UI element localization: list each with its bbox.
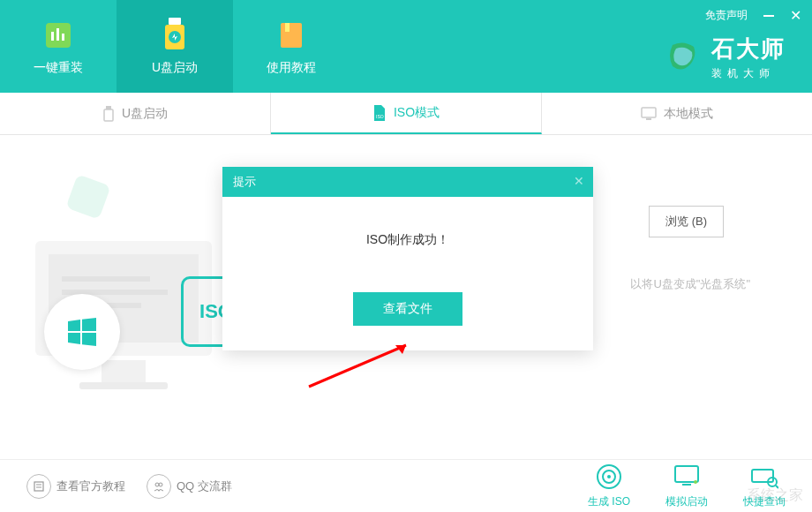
svg-rect-21: [79, 382, 168, 389]
svg-rect-3: [62, 34, 64, 41]
nav-one-click-install[interactable]: 一键重装: [0, 0, 117, 93]
monitor-icon: [641, 107, 657, 121]
tab-label: 本地模式: [664, 106, 713, 122]
svg-rect-20: [102, 360, 146, 382]
svg-rect-7: [281, 23, 302, 48]
tab-iso-mode[interactable]: ISO ISO模式: [271, 93, 542, 134]
footer-links: 查看官方教程 QQ 交流群: [26, 474, 567, 499]
view-file-button[interactable]: 查看文件: [353, 292, 462, 326]
svg-rect-8: [285, 23, 289, 32]
tab-label: ISO模式: [394, 105, 440, 121]
file-iso-icon: ISO: [372, 105, 387, 121]
bars-icon: [41, 18, 76, 53]
dialog-title: 提示: [233, 174, 256, 190]
svg-rect-24: [34, 482, 43, 491]
monitor-play-icon: [673, 463, 701, 491]
footer-link-label: 查看官方教程: [56, 478, 125, 494]
svg-rect-2: [56, 28, 59, 41]
svg-rect-13: [646, 118, 651, 120]
svg-point-28: [159, 483, 162, 486]
nav-usb-boot[interactable]: U盘启动: [117, 0, 233, 93]
brand-logo-icon: [664, 38, 703, 77]
svg-rect-12: [642, 108, 656, 117]
footer-actions: 生成 ISO 模拟启动 快捷查询: [588, 463, 786, 509]
hint-text: 以将U盘变成"光盘系统": [630, 276, 750, 292]
close-button[interactable]: ✕: [790, 7, 801, 24]
svg-point-31: [607, 475, 611, 478]
footer-qq-link[interactable]: QQ 交流群: [147, 474, 232, 499]
dialog-footer: 查看文件: [222, 292, 593, 350]
tab-label: U盘启动: [122, 106, 168, 122]
dialog-close-button[interactable]: ✕: [574, 174, 584, 188]
svg-rect-1: [51, 32, 54, 41]
book-small-icon: [26, 474, 51, 499]
action-generate-iso[interactable]: 生成 ISO: [588, 463, 630, 509]
action-label: 生成 ISO: [588, 494, 630, 509]
disc-icon: [595, 463, 623, 491]
dialog: 提示 ✕ ISO制作成功！ 查看文件: [222, 167, 593, 350]
svg-rect-4: [169, 18, 181, 25]
action-simulate-boot[interactable]: 模拟启动: [665, 463, 708, 509]
usb-icon: [157, 18, 192, 53]
brand-title: 石大师: [711, 34, 786, 64]
app-header: 免责声明 ✕ 一键重装 U盘启动 使用教程 石大师: [0, 0, 812, 93]
dialog-header: 提示 ✕: [222, 167, 593, 197]
browse-button[interactable]: 浏览 (B): [649, 206, 724, 237]
action-label: 快捷查询: [743, 494, 786, 509]
book-icon: [274, 18, 309, 53]
svg-point-34: [694, 480, 697, 484]
windows-circle-icon: [44, 294, 120, 370]
action-quick-query[interactable]: 快捷查询: [743, 463, 786, 509]
mode-tabs: U盘启动 ISO ISO模式 本地模式: [0, 93, 812, 135]
footer-tutorial-link[interactable]: 查看官方教程: [26, 474, 125, 499]
svg-rect-32: [675, 466, 698, 482]
svg-text:ISO: ISO: [376, 114, 384, 119]
tab-local-mode[interactable]: 本地模式: [542, 93, 812, 134]
svg-rect-35: [752, 470, 773, 482]
footer: 查看官方教程 QQ 交流群 生成 ISO 模拟启动 快捷查询 系统之家: [0, 459, 812, 512]
nav-label: 一键重装: [34, 60, 83, 76]
nav-label: U盘启动: [152, 60, 198, 76]
brand: 石大师 装机大师: [664, 34, 786, 81]
group-icon: [147, 474, 171, 499]
main-nav: 一键重装 U盘启动 使用教程: [0, 0, 350, 93]
nav-label: 使用教程: [267, 60, 316, 76]
window-controls: 免责声明 ✕: [705, 7, 801, 24]
action-label: 模拟启动: [665, 494, 708, 509]
brand-subtitle: 装机大师: [711, 66, 786, 81]
main-content: ISO 浏览 (B) 以将U盘变成"光盘系统" 提示 ✕ ISO制作成功！ 查看…: [0, 135, 812, 459]
tab-usb-boot[interactable]: U盘启动: [0, 93, 271, 134]
dialog-message: ISO制作成功！: [222, 197, 593, 292]
minimize-button[interactable]: [763, 15, 774, 17]
svg-rect-33: [682, 484, 691, 486]
nav-tutorial[interactable]: 使用教程: [233, 0, 350, 93]
keyboard-search-icon: [750, 463, 778, 491]
svg-line-22: [309, 345, 406, 387]
svg-rect-10: [104, 109, 113, 121]
svg-point-27: [155, 483, 159, 486]
usb-small-icon: [102, 106, 115, 122]
svg-rect-17: [62, 276, 150, 282]
footer-link-label: QQ 交流群: [177, 478, 232, 494]
disclaimer-link[interactable]: 免责声明: [705, 8, 748, 23]
svg-rect-14: [65, 174, 110, 219]
svg-line-37: [776, 486, 778, 488]
